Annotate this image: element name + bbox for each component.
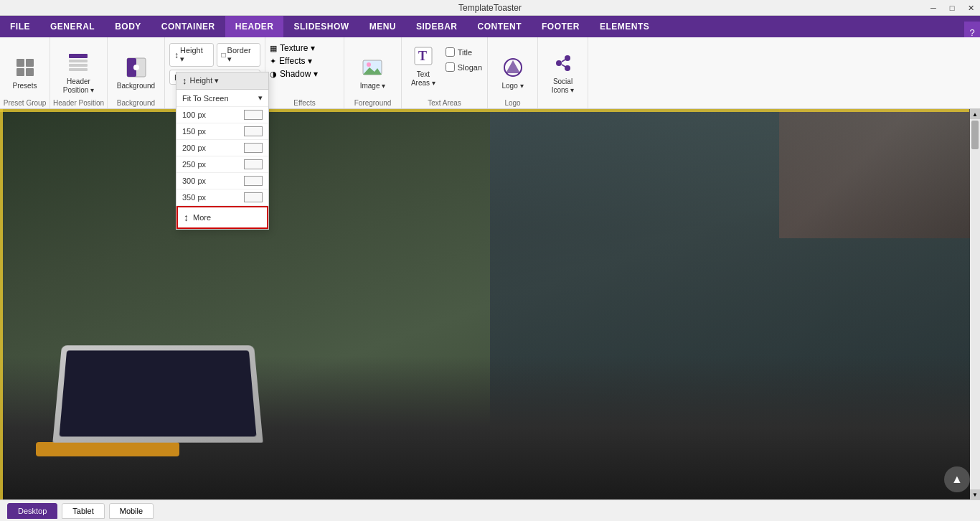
title-checkbox[interactable]: Title [446,46,482,58]
height-icon: ↕ [174,50,179,60]
border-label: Border ▾ [227,46,255,64]
height-dropdown-panel: ↕ Height ▾ Fit To Screen ▾ 100 px 150 px… [176,72,269,230]
presets-label: Presets [13,82,37,90]
effects-group-label: Effects [265,99,344,107]
logo-icon [503,57,523,80]
effects-label[interactable]: Effects ▾ [279,56,312,66]
menu-container[interactable]: CONTAINER [151,16,225,37]
header-position-button[interactable]: HeaderPosition ▾ [59,50,98,98]
menu-slideshow[interactable]: SLIDESHOW [283,16,359,37]
ribbon-group-effects: ▦ Texture ▾ ✦ Effects ▾ ◑ Shadow ▾ Effec… [265,37,344,108]
left-border [0,109,3,499]
laptop-display [59,350,256,436]
ribbon-group-header-position: HeaderPosition ▾ Header Position [50,37,108,108]
height-300-preview [244,176,263,186]
height-200-preview [244,143,263,153]
header-position-group-label: Header Position [50,99,107,107]
ribbon-group-foreground: Image ▾ Foreground [344,37,402,108]
logo-label: Logo ▾ [501,82,523,90]
menu-menu[interactable]: MENU [359,16,406,37]
border-icon: □ [222,51,226,59]
presets-button[interactable]: Presets [9,55,42,93]
height-option-200[interactable]: 200 px [176,140,268,156]
background-label: Background [117,82,155,90]
ribbon-group-presets: Presets Preset Group [0,37,50,108]
menu-header[interactable]: HEADER [225,16,284,37]
app-title: TemplateToaster [458,3,522,13]
text-areas-label: TextAreas ▾ [411,70,435,88]
scroll-to-top-icon: ▲ [951,473,963,486]
height-label: Height ▾ [180,46,209,64]
scroll-up-arrow[interactable]: ▲ [970,109,980,119]
scroll-thumb[interactable] [971,121,979,149]
slogan-cb-input[interactable] [446,62,455,72]
social-icons-button[interactable]: SocialIcons ▾ [547,50,579,98]
close-button[interactable]: ✕ [961,0,980,16]
svg-rect-0 [17,59,24,67]
height-150-preview [244,126,263,136]
title-cb-input[interactable] [446,47,455,57]
main-content: ▲ ▼ ▲ [0,109,980,499]
ribbon-group-background: Background Background [108,37,165,108]
fit-to-screen-text: Fit To Screen [182,94,229,103]
logo-button[interactable]: Logo ▾ [497,55,527,93]
scroll-to-top-button[interactable]: ▲ [944,466,970,492]
height-option-250[interactable]: 250 px [176,156,268,173]
menu-file[interactable]: FILE [0,16,40,37]
menu-body[interactable]: BODY [105,16,151,37]
svg-rect-7 [69,68,88,71]
svg-line-22 [562,65,565,67]
menu-sidebar[interactable]: SIDEBAR [406,16,468,37]
background-button[interactable]: Background [113,55,159,93]
svg-text:T: T [418,49,427,63]
right-scrollbar: ▲ ▼ [970,109,980,499]
height-dropdown-header: ↕ Height ▾ [176,72,268,90]
top-border [0,109,969,112]
height-200-label: 200 px [182,144,206,152]
height-250-label: 250 px [182,160,206,169]
status-bar: Desktop Tablet Mobile [0,499,980,521]
height-option-100[interactable]: 100 px [176,107,268,123]
desktop-tab[interactable]: Desktop [7,503,57,519]
fit-dropdown-arrow: ▾ [258,93,263,103]
hero-image [0,109,980,499]
slogan-checkbox[interactable]: Slogan [446,61,482,73]
laptop-screen [52,345,263,443]
menu-general[interactable]: GENERAL [40,16,105,37]
shadow-icon: ◑ [270,70,277,79]
image-button[interactable]: Image ▾ [356,55,390,93]
menu-content[interactable]: CONTENT [468,16,532,37]
height-up-down-icon: ↕ [182,75,187,86]
height-option-350[interactable]: 350 px [176,189,268,206]
image-icon [362,57,382,80]
title-bar: TemplateToaster ─ □ ✕ [0,0,980,16]
text-areas-button[interactable]: T TextAreas ▾ [407,43,440,90]
image-label: Image ▾ [360,82,386,90]
svg-rect-6 [69,64,88,67]
height-option-300[interactable]: 300 px [176,173,268,189]
border-dropdown-button[interactable]: □ Border ▾ [217,43,261,67]
menu-bar: FILE GENERAL BODY CONTAINER HEADER SLIDE… [0,16,980,37]
more-icon: ↕ [184,212,189,223]
height-100-preview [244,110,263,120]
minimize-button[interactable]: ─ [924,0,943,16]
texture-label[interactable]: Texture ▾ [280,43,315,53]
tablet-tab[interactable]: Tablet [62,503,104,519]
scroll-down-arrow[interactable]: ▼ [970,489,980,499]
maximize-button[interactable]: □ [943,0,961,16]
effects-row: ✦ Effects ▾ [270,56,339,66]
more-button[interactable]: ↕ More [176,206,268,229]
menu-footer[interactable]: FOOTER [532,16,590,37]
height-350-preview [244,192,263,202]
svg-rect-2 [17,68,24,76]
mobile-tab[interactable]: Mobile [109,503,154,519]
menu-elements[interactable]: ELEMENTS [590,16,659,37]
fit-to-screen-row[interactable]: Fit To Screen ▾ [176,90,268,107]
svg-point-18 [556,60,562,66]
shadow-label[interactable]: Shadow ▾ [280,69,318,79]
social-label: SocialIcons ▾ [552,78,575,95]
svg-rect-1 [26,59,34,67]
presets-icon [15,57,35,80]
height-option-150[interactable]: 150 px [176,123,268,140]
height-dropdown-button[interactable]: ↕ Height ▾ [169,43,214,67]
